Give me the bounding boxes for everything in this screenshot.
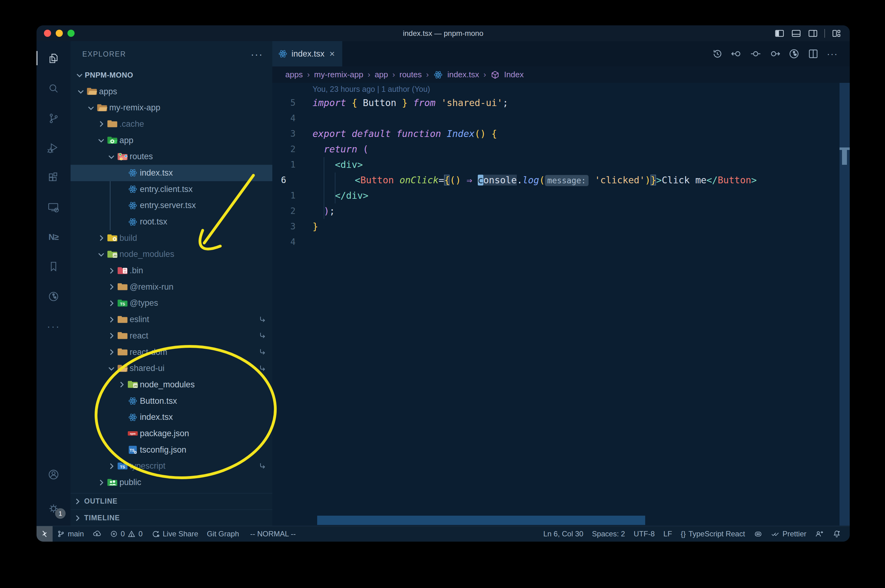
search-icon[interactable] bbox=[36, 74, 71, 104]
toggle-panel-icon[interactable] bbox=[791, 28, 801, 39]
tree-item-typescript[interactable]: TStypescript bbox=[71, 458, 272, 474]
tree-item-react-dom[interactable]: react-dom bbox=[71, 344, 272, 360]
tree-item-label: build bbox=[119, 233, 137, 243]
split-editor-icon[interactable] bbox=[808, 48, 819, 59]
timeline-section-header[interactable]: TIMELINE bbox=[71, 510, 272, 526]
code-line[interactable]: 3export default function Index() { bbox=[272, 126, 850, 142]
explorer-more-actions-icon[interactable]: ··· bbox=[251, 51, 263, 57]
customize-layout-icon[interactable] bbox=[831, 28, 842, 39]
tree-root-pnpm-mono[interactable]: PNPM-MONO bbox=[71, 67, 272, 84]
tree-item-label: index.tsx bbox=[140, 168, 173, 178]
folder-routes-icon bbox=[116, 152, 129, 161]
tab-close-icon[interactable]: × bbox=[330, 48, 335, 59]
nav-forward-icon[interactable] bbox=[769, 48, 780, 59]
notifications-bell-icon[interactable] bbox=[828, 526, 845, 542]
folder-ts-icon: TS bbox=[116, 462, 129, 471]
remote-indicator[interactable] bbox=[36, 526, 53, 542]
code-line[interactable]: 4 bbox=[272, 111, 850, 126]
tree-item-entry-client-tsx[interactable]: entry.client.tsx bbox=[71, 181, 272, 198]
code-text: } bbox=[295, 219, 318, 234]
code-line[interactable]: 3} bbox=[272, 219, 850, 234]
tree-item-eslint[interactable]: eslint bbox=[71, 311, 272, 328]
code-line[interactable]: 1 </div> bbox=[272, 188, 850, 203]
indentation-indicator[interactable]: Spaces: 2 bbox=[588, 526, 629, 542]
code-line[interactable]: 2 ); bbox=[272, 203, 850, 219]
tree-item-shared-ui[interactable]: shared-ui bbox=[71, 360, 272, 376]
double-check-icon bbox=[771, 530, 780, 538]
gitlens-icon[interactable] bbox=[36, 282, 71, 311]
tab-index-tsx[interactable]: index.tsx × bbox=[272, 41, 342, 66]
horizontal-scrollbar[interactable] bbox=[317, 516, 645, 525]
code-line-current[interactable]: 6 <Button onClick={() ⇒ console.log(mess… bbox=[272, 172, 850, 188]
tree-item--remix-run[interactable]: @remix-run bbox=[71, 279, 272, 295]
language-mode-indicator[interactable]: {}TypeScript React bbox=[676, 526, 750, 542]
problems-indicator[interactable]: 0 0 bbox=[105, 526, 147, 542]
cursor-position-indicator[interactable]: Ln 6, Col 30 bbox=[539, 526, 588, 542]
tree-item--types[interactable]: TS@types bbox=[71, 295, 272, 312]
tree-item-index-tsx[interactable]: index.tsx bbox=[71, 165, 272, 181]
symbol-cube-icon bbox=[491, 70, 500, 80]
vim-block-cursor: c bbox=[478, 175, 483, 186]
toggle-secondary-sidebar-icon[interactable] bbox=[808, 28, 818, 39]
tree-item-button-tsx[interactable]: Button.tsx bbox=[71, 393, 272, 409]
tree-item-tsconfig-json[interactable]: TStsconfig.json bbox=[71, 442, 272, 458]
tree-item-my-remix-app[interactable]: my-remix-app bbox=[71, 99, 272, 116]
tree-item--bin[interactable]: 0110.bin bbox=[71, 262, 272, 279]
code-line[interactable]: 5import { Button } from 'shared-ui'; bbox=[272, 95, 850, 111]
run-debug-icon[interactable] bbox=[36, 133, 71, 163]
code-line[interactable]: 1 <div> bbox=[272, 157, 850, 172]
encoding-indicator[interactable]: UTF-8 bbox=[629, 526, 659, 542]
breadcrumb-item[interactable]: routes bbox=[399, 70, 422, 80]
toggle-sidebar-icon[interactable] bbox=[774, 28, 785, 39]
gitlens-graph-icon[interactable] bbox=[789, 48, 799, 59]
tree-item-react[interactable]: react bbox=[71, 328, 272, 344]
tree-item-node-modules[interactable]: JSnode_modules bbox=[71, 376, 272, 393]
tree-item-package-json[interactable]: npmpackage.json bbox=[71, 425, 272, 442]
outline-section-header[interactable]: OUTLINE bbox=[71, 493, 272, 510]
copilot-indicator[interactable] bbox=[750, 526, 767, 542]
code-editor[interactable]: You, 23 hours ago | 1 author (You) 5impo… bbox=[272, 83, 850, 526]
live-share-button[interactable]: Live Share bbox=[147, 526, 203, 542]
live-share-contact-icon[interactable] bbox=[811, 526, 828, 542]
nav-current-icon[interactable] bbox=[750, 48, 761, 59]
tree-item-label: Button.tsx bbox=[140, 396, 177, 406]
tree-item-app[interactable]: app bbox=[71, 132, 272, 149]
breadcrumb-item[interactable]: index.tsx bbox=[447, 70, 479, 80]
tree-item-index-tsx[interactable]: index.tsx bbox=[71, 409, 272, 425]
tree-item-apps[interactable]: apps bbox=[71, 84, 272, 100]
tree-item-node-modules[interactable]: JSnode_modules bbox=[71, 246, 272, 263]
remote-explorer-icon[interactable] bbox=[36, 193, 71, 222]
git-graph-button[interactable]: Git Graph bbox=[203, 526, 244, 542]
sync-changes-button[interactable] bbox=[88, 526, 105, 542]
code-line[interactable]: 4 bbox=[272, 234, 850, 250]
prettier-indicator[interactable]: Prettier bbox=[767, 526, 811, 542]
breadcrumb-item[interactable]: my-remix-app bbox=[314, 70, 363, 80]
breadcrumb-item[interactable]: Index bbox=[504, 70, 524, 80]
nx-console-icon[interactable]: N≥ bbox=[36, 222, 71, 252]
explorer-icon[interactable] bbox=[36, 44, 71, 74]
tree-item-build[interactable]: build bbox=[71, 230, 272, 246]
bookmarks-icon[interactable] bbox=[36, 252, 71, 282]
chevron-down-icon bbox=[107, 153, 116, 161]
breadcrumb-item[interactable]: apps bbox=[285, 70, 303, 80]
git-branch-indicator[interactable]: main bbox=[53, 526, 88, 542]
timeline-history-icon[interactable] bbox=[712, 48, 723, 59]
activity-bar: N≥ ··· 1 bbox=[36, 41, 71, 526]
source-control-icon[interactable] bbox=[36, 104, 71, 133]
breadcrumb-item[interactable]: app bbox=[375, 70, 388, 80]
extensions-icon[interactable] bbox=[36, 163, 71, 193]
code-line[interactable]: 2 return ( bbox=[272, 142, 850, 157]
tree-item-root-tsx[interactable]: root.tsx bbox=[71, 214, 272, 230]
symlink-arrow-icon bbox=[259, 332, 267, 340]
accounts-icon[interactable] bbox=[36, 461, 71, 488]
eol-indicator[interactable]: LF bbox=[659, 526, 676, 542]
nav-back-icon[interactable] bbox=[731, 48, 742, 59]
more-views-icon[interactable]: ··· bbox=[36, 311, 71, 341]
tree-item--cache[interactable]: .cache bbox=[71, 116, 272, 132]
code-text bbox=[295, 234, 313, 250]
editor-more-actions-icon[interactable]: ··· bbox=[827, 48, 838, 59]
tree-item-public[interactable]: public bbox=[71, 474, 272, 490]
tree-item-routes[interactable]: routes bbox=[71, 148, 272, 165]
tree-item-entry-server-tsx[interactable]: entry.server.tsx bbox=[71, 198, 272, 214]
settings-gear-icon[interactable]: 1 bbox=[36, 495, 71, 522]
